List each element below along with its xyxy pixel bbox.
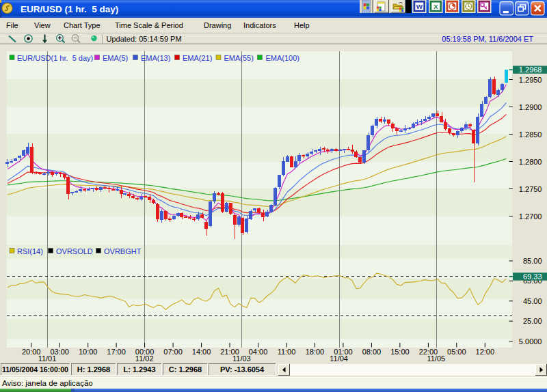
svg-text:Updated: 05:14:59 PM: Updated: 05:14:59 PM xyxy=(107,35,182,43)
svg-text:EMA(100): EMA(100) xyxy=(266,54,300,62)
svg-text:18:00: 18:00 xyxy=(306,348,325,356)
svg-text:1.2750: 1.2750 xyxy=(519,185,542,193)
svg-text:RSI(14): RSI(14) xyxy=(17,247,43,255)
svg-text:OVRBGHT: OVRBGHT xyxy=(104,247,142,255)
svg-text:1.2700: 1.2700 xyxy=(519,212,542,221)
svg-text:EMA(55): EMA(55) xyxy=(224,54,254,62)
svg-text:12:00: 12:00 xyxy=(476,348,495,356)
svg-text:08:00: 08:00 xyxy=(362,348,382,356)
svg-text:OVRSOLD: OVRSOLD xyxy=(56,247,93,255)
svg-text:PV: -13.6054: PV: -13.6054 xyxy=(220,365,265,374)
svg-text:Time Scale & Period: Time Scale & Period xyxy=(115,21,183,29)
svg-text:5.0000: 5.0000 xyxy=(519,337,542,346)
svg-text:Drawing: Drawing xyxy=(204,21,231,29)
svg-text:EMA(5): EMA(5) xyxy=(103,54,128,62)
svg-text:1.2900: 1.2900 xyxy=(519,103,542,111)
svg-text:85.00: 85.00 xyxy=(523,257,542,265)
svg-text:H: 1.2968: H: 1.2968 xyxy=(77,365,110,374)
svg-text:07:00: 07:00 xyxy=(163,348,183,356)
svg-text:25.00: 25.00 xyxy=(523,317,542,325)
svg-text:EUR/USD (1 hr. 5 day): EUR/USD (1 hr. 5 day) xyxy=(21,4,118,14)
svg-text:Aviso: janela de aplicação: Aviso: janela de aplicação xyxy=(2,379,93,387)
svg-text:Help: Help xyxy=(294,21,310,29)
svg-text:15:00: 15:00 xyxy=(390,348,410,356)
svg-text:1.2968: 1.2968 xyxy=(519,66,542,74)
svg-text:File: File xyxy=(6,21,18,29)
svg-text:Indicators: Indicators xyxy=(243,21,276,29)
svg-text:L: 1.2943: L: 1.2943 xyxy=(123,365,155,374)
svg-text:45.00: 45.00 xyxy=(523,297,542,305)
svg-text:11/05/2004 16:00:00: 11/05/2004 16:00:00 xyxy=(2,365,68,374)
svg-text:View: View xyxy=(34,21,51,29)
svg-text:05:00: 05:00 xyxy=(447,348,466,356)
svg-text:EMA(13): EMA(13) xyxy=(141,54,170,62)
svg-text:EMA(21): EMA(21) xyxy=(183,54,212,62)
svg-text:W: W xyxy=(416,3,423,10)
svg-text:69.33: 69.33 xyxy=(523,272,542,281)
svg-text:11:00: 11:00 xyxy=(278,348,296,356)
svg-text:14:00: 14:00 xyxy=(192,348,211,356)
svg-text:1.2850: 1.2850 xyxy=(519,130,542,139)
svg-text:1.2950: 1.2950 xyxy=(519,76,542,84)
svg-text:17:00: 17:00 xyxy=(107,348,126,356)
svg-text:X: X xyxy=(433,3,438,10)
svg-text:C: 1.2968: C: 1.2968 xyxy=(169,365,202,374)
svg-text:EUR/USD(1 hr. 5 day): EUR/USD(1 hr. 5 day) xyxy=(17,54,93,62)
svg-text:11/03: 11/03 xyxy=(232,354,251,363)
svg-text:1.2800: 1.2800 xyxy=(519,158,542,166)
svg-text:04:00: 04:00 xyxy=(249,348,268,356)
svg-text:11/02: 11/02 xyxy=(135,354,154,363)
svg-text:11/05: 11/05 xyxy=(427,354,445,363)
svg-text:10:00: 10:00 xyxy=(79,348,98,356)
svg-text:11/04: 11/04 xyxy=(330,354,348,363)
svg-text:05:19:58 PM, 11/6/2004 ET: 05:19:58 PM, 11/6/2004 ET xyxy=(442,35,533,43)
svg-text:11/01: 11/01 xyxy=(38,354,57,363)
svg-text:Chart Type: Chart Type xyxy=(64,21,101,29)
